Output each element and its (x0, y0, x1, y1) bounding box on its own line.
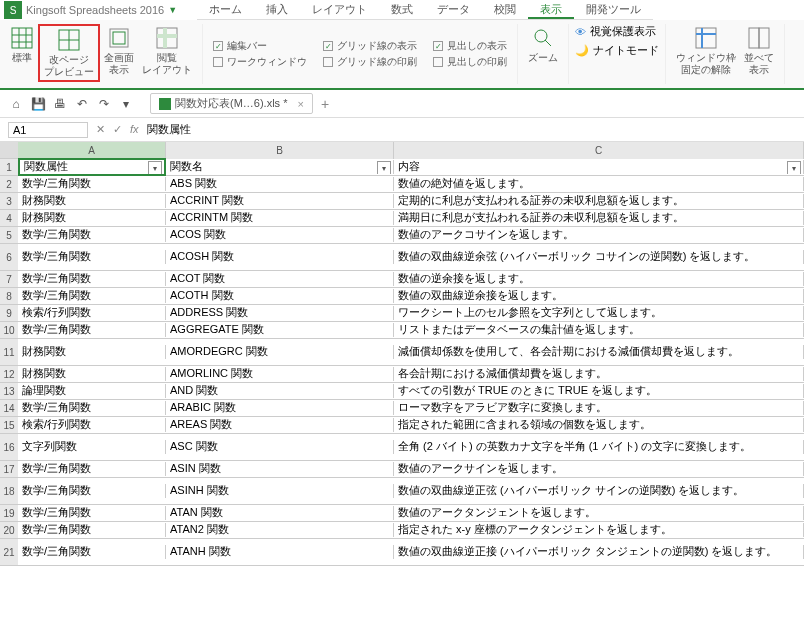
formula-content[interactable]: 関数属性 (147, 122, 191, 137)
show-option-見出しの表示[interactable]: ✓見出しの表示 (433, 39, 507, 53)
cell[interactable]: 数値の絶対値を返します。 (394, 177, 804, 190)
col-header-b[interactable]: B (166, 142, 394, 159)
cell[interactable]: AMORLINC 関数 (166, 367, 394, 380)
cell[interactable]: 数学/三角関数 (18, 506, 166, 519)
cell[interactable]: 論理関数 (18, 384, 166, 397)
cell[interactable]: 数学/三角関数 (18, 250, 166, 263)
cell[interactable]: 数値のアークコサインを返します。 (394, 228, 804, 241)
row-header[interactable]: 15 (0, 417, 18, 434)
row-header[interactable]: 14 (0, 400, 18, 417)
add-tab-button[interactable]: + (321, 96, 329, 112)
cell[interactable]: 数学/三角関数 (18, 272, 166, 285)
cell-b1[interactable]: 関数名 ▾ (166, 160, 394, 173)
accept-icon[interactable]: ✓ (113, 123, 122, 136)
tab-ホーム[interactable]: ホーム (197, 0, 254, 19)
row-header[interactable]: 20 (0, 522, 18, 539)
cell[interactable]: AND 関数 (166, 384, 394, 397)
cell[interactable]: 満期日に利息が支払われる証券の未収利息額を返します。 (394, 211, 804, 224)
fx-icon[interactable]: fx (130, 123, 139, 136)
cell[interactable]: 文字列関数 (18, 440, 166, 453)
cell[interactable]: リストまたはデータベースの集計値を返します。 (394, 323, 804, 336)
cell[interactable]: ACOTH 関数 (166, 289, 394, 302)
cell[interactable]: 各会計期における減価償却費を返します。 (394, 367, 804, 380)
cell[interactable]: ABS 関数 (166, 177, 394, 190)
cell[interactable]: ACOT 関数 (166, 272, 394, 285)
undo-icon[interactable]: ↶ (74, 96, 90, 112)
cell[interactable]: ARABIC 関数 (166, 401, 394, 414)
cell[interactable]: ADDRESS 関数 (166, 306, 394, 319)
show-option-見出しの印刷[interactable]: 見出しの印刷 (433, 55, 507, 69)
app-dropdown-icon[interactable]: ▼ (168, 5, 177, 15)
cell[interactable]: 数値の逆余接を返します。 (394, 272, 804, 285)
view-fullscreen[interactable]: 全画面 表示 (100, 24, 138, 82)
cell[interactable]: 全角 (2 バイト) の英数カナ文字を半角 (1 バイト) の文字に変換します。 (394, 440, 804, 453)
cell[interactable]: ASINH 関数 (166, 484, 394, 497)
save-icon[interactable]: 💾 (30, 96, 46, 112)
row-header[interactable]: 12 (0, 366, 18, 383)
cell[interactable]: ATAN2 関数 (166, 523, 394, 536)
cell[interactable]: 数値のアークタンジェントを返します。 (394, 506, 804, 519)
cell[interactable]: ACOSH 関数 (166, 250, 394, 263)
view-page-break-preview[interactable]: 改ページ プレビュー (38, 24, 100, 82)
show-option-グリッド線の表示[interactable]: ✓グリッド線の表示 (323, 39, 417, 53)
row-header[interactable]: 6 (0, 244, 18, 271)
cell[interactable]: ACCRINTM 関数 (166, 211, 394, 224)
cell[interactable]: すべての引数が TRUE のときに TRUE を返します。 (394, 384, 804, 397)
cell[interactable]: 財務関数 (18, 345, 166, 358)
row-header[interactable]: 8 (0, 288, 18, 305)
select-all-corner[interactable] (0, 142, 18, 159)
row-header[interactable]: 2 (0, 176, 18, 193)
cell[interactable]: 財務関数 (18, 211, 166, 224)
qat-dropdown-icon[interactable]: ▾ (118, 96, 134, 112)
row-header[interactable]: 5 (0, 227, 18, 244)
tab-開発ツール[interactable]: 開発ツール (574, 0, 653, 19)
tab-表示[interactable]: 表示 (528, 0, 574, 19)
cell[interactable]: 数値の双曲線逆正弦 (ハイパーボリック サインの逆関数) を返します。 (394, 484, 804, 497)
arrange-windows[interactable]: 並べて 表示 (740, 24, 778, 78)
cell[interactable]: ASIN 関数 (166, 462, 394, 475)
cell[interactable]: 数学/三角関数 (18, 228, 166, 241)
vision-protect[interactable]: 👁 視覚保護表示 (575, 24, 659, 39)
show-option-グリッド線の印刷[interactable]: グリッド線の印刷 (323, 55, 417, 69)
cell[interactable]: 定期的に利息が支払われる証券の未収利息額を返します。 (394, 194, 804, 207)
tab-校閲[interactable]: 校閲 (482, 0, 528, 19)
cell[interactable]: 数学/三角関数 (18, 462, 166, 475)
cell[interactable]: 数学/三角関数 (18, 484, 166, 497)
show-option-編集バー[interactable]: ✓編集バー (213, 39, 307, 53)
cell[interactable]: ACCRINT 関数 (166, 194, 394, 207)
cell[interactable]: ACOS 関数 (166, 228, 394, 241)
cell[interactable]: 財務関数 (18, 194, 166, 207)
zoom-button[interactable]: ズーム (524, 24, 562, 66)
cell[interactable]: 数値のアークサインを返します。 (394, 462, 804, 475)
filter-arrow-icon[interactable]: ▾ (148, 161, 162, 175)
cell[interactable]: 検索/行列関数 (18, 306, 166, 319)
cell[interactable]: 財務関数 (18, 367, 166, 380)
row-header[interactable]: 18 (0, 478, 18, 505)
cell[interactable]: 数学/三角関数 (18, 289, 166, 302)
row-header[interactable]: 3 (0, 193, 18, 210)
row-header[interactable]: 7 (0, 271, 18, 288)
cell[interactable]: 指定された x-y 座標のアークタンジェントを返します。 (394, 523, 804, 536)
cell-reference-input[interactable] (8, 122, 88, 138)
cell[interactable]: AGGREGATE 関数 (166, 323, 394, 336)
cell[interactable]: 指定された範囲に含まれる領域の個数を返します。 (394, 418, 804, 431)
view-reading-layout[interactable]: 閲覧 レイアウト (138, 24, 196, 82)
col-header-c[interactable]: C (394, 142, 804, 159)
home-icon[interactable]: ⌂ (8, 96, 24, 112)
row-header[interactable]: 11 (0, 339, 18, 366)
cell[interactable]: AMORDEGRC 関数 (166, 345, 394, 358)
cell[interactable]: ATAN 関数 (166, 506, 394, 519)
night-mode[interactable]: 🌙 ナイトモード (575, 43, 659, 58)
tab-データ[interactable]: データ (425, 0, 482, 19)
cell[interactable]: 検索/行列関数 (18, 418, 166, 431)
cell[interactable]: 数学/三角関数 (18, 401, 166, 414)
filter-arrow-icon[interactable]: ▾ (377, 161, 391, 173)
row-header[interactable]: 17 (0, 461, 18, 478)
cell[interactable]: ATANH 関数 (166, 545, 394, 558)
row-header[interactable]: 9 (0, 305, 18, 322)
cell[interactable]: 数値の双曲線逆余接を返します。 (394, 289, 804, 302)
row-header[interactable]: 19 (0, 505, 18, 522)
row-header[interactable]: 16 (0, 434, 18, 461)
cell[interactable]: 数学/三角関数 (18, 323, 166, 336)
close-tab-icon[interactable]: × (297, 98, 303, 110)
